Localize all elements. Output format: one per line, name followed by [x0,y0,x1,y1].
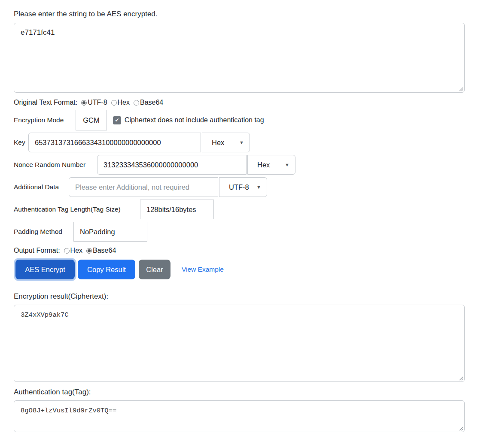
key-row: Key Hex ▼ [14,133,465,152]
radio-option-label: Base64 [93,247,116,254]
radio-icon[interactable] [134,100,139,106]
resize-handle-icon[interactable] [459,87,463,91]
check-icon: ✔ [115,118,119,123]
copy-result-button[interactable]: Copy Result [78,260,135,279]
nonce-label: Nonce Random Number [14,161,97,169]
no-auth-tag-checkbox[interactable]: ✔ [113,116,121,124]
radio-option-output-base64[interactable]: Base64 [82,247,116,254]
auth-tag-label: Authentication tag(Tag): [14,388,465,397]
key-label: Key [14,139,28,146]
additional-format-select[interactable]: UTF-8 ▼ [219,177,267,197]
key-format-value: Hex [212,139,224,147]
radio-option-hex[interactable]: Hex [107,99,130,106]
padding-method-row: Padding Method NoPadding [14,222,465,242]
encryption-mode-row: Encryption Mode GCM ✔ Ciphertext does no… [14,110,465,130]
dropdown-arrow-icon: ▼ [256,185,261,190]
additional-format-value: UTF-8 [229,183,249,191]
resize-handle-icon[interactable] [459,376,463,381]
additional-data-input[interactable] [69,177,218,197]
page-title: Please enter the string to be AES encryp… [14,10,465,18]
encryption-mode-select[interactable]: GCM [76,110,107,130]
radio-icon[interactable] [86,248,92,254]
aes-encrypt-page: Please enter the string to be AES encryp… [0,0,478,432]
encryption-mode-label: Encryption Mode [14,116,76,124]
auth-tag-output[interactable]: 8gO8J+lzVusIl9d9rZv0TQ== [14,400,465,432]
radio-option-label: Base64 [140,99,163,106]
padding-method-label: Padding Method [14,228,73,236]
output-format-group: Output Format: Hex Base64 [14,247,465,254]
plaintext-area-wrap: e7171fc41 [14,23,465,93]
dropdown-arrow-icon: ▼ [239,140,244,145]
result-output[interactable]: 3Z4xXVp9ak7C [14,305,465,382]
original-format-group: Original Text Format: UTF-8 Hex Base64 [14,99,465,106]
auth-tag-area-wrap: 8gO8J+lzVusIl9d9rZv0TQ== [14,400,465,432]
view-example-link[interactable]: View Example [182,266,224,273]
key-input[interactable] [28,133,201,152]
resize-handle-icon[interactable] [459,426,463,431]
original-format-label: Original Text Format: [14,99,77,106]
tag-size-row: Authentication Tag Length(Tag Size) 128b… [14,200,465,219]
aes-encrypt-button[interactable]: AES Encrypt [15,260,75,279]
radio-icon[interactable] [81,100,87,106]
nonce-input[interactable] [97,155,247,175]
nonce-row: Nonce Random Number Hex ▼ [14,155,465,175]
dropdown-arrow-icon: ▼ [285,162,289,167]
no-auth-tag-checkbox-label: Ciphertext does not include authenticati… [125,116,264,124]
additional-data-label: Additional Data [14,183,69,191]
radio-option-label: Hex [70,247,82,254]
nonce-format-select[interactable]: Hex ▼ [247,155,295,175]
radio-option-utf8[interactable]: UTF-8 [77,99,107,106]
tag-size-label: Authentication Tag Length(Tag Size) [14,206,140,213]
radio-icon[interactable] [64,248,70,254]
result-label: Encryption result(Ciphertext): [14,292,465,301]
key-format-select[interactable]: Hex ▼ [202,133,250,152]
actions-row: AES Encrypt Copy Result Clear View Examp… [14,260,465,279]
padding-method-select[interactable]: NoPadding [73,222,147,242]
clear-button[interactable]: Clear [139,260,170,279]
radio-option-base64[interactable]: Base64 [130,99,163,106]
radio-option-output-hex[interactable]: Hex [60,247,82,254]
radio-option-label: Hex [118,99,130,106]
additional-data-row: Additional Data UTF-8 ▼ [14,177,465,197]
result-area-wrap: 3Z4xXVp9ak7C [14,305,465,382]
nonce-format-value: Hex [257,161,270,169]
plaintext-input[interactable]: e7171fc41 [14,23,465,93]
output-format-label: Output Format: [14,247,60,254]
tag-size-select[interactable]: 128bits/16bytes [140,200,214,219]
radio-option-label: UTF-8 [88,99,107,106]
radio-icon[interactable] [111,100,117,106]
